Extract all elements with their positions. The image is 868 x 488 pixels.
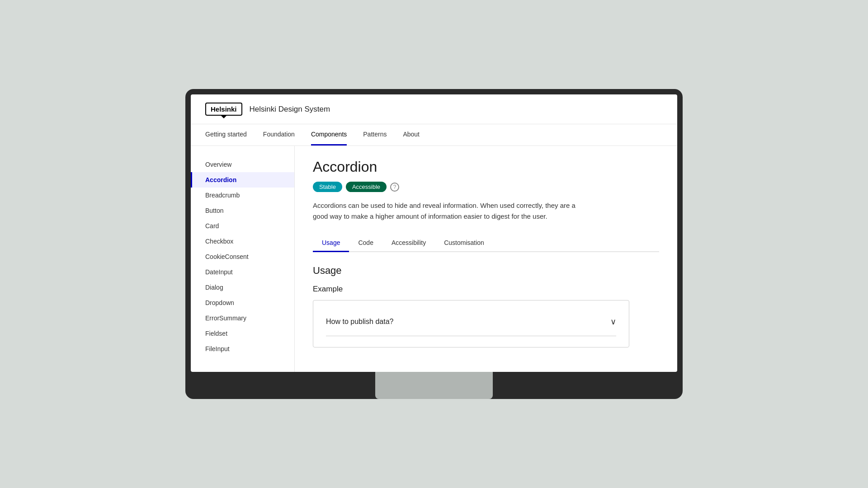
- main-nav: Getting started Foundation Components Pa…: [191, 124, 677, 146]
- tab-accessibility[interactable]: Accessibility: [382, 235, 435, 252]
- nav-item-foundation[interactable]: Foundation: [263, 124, 295, 145]
- monitor-stand: [375, 372, 493, 399]
- sidebar-item-dateinput[interactable]: DateInput: [191, 264, 294, 280]
- page-title: Accordion: [313, 159, 659, 175]
- logo-text: Helsinki: [211, 105, 237, 113]
- nav-item-getting-started[interactable]: Getting started: [205, 124, 247, 145]
- nav-item-components[interactable]: Components: [311, 124, 347, 145]
- sidebar-item-errorsummary[interactable]: ErrorSummary: [191, 310, 294, 326]
- nav-item-patterns[interactable]: Patterns: [363, 124, 387, 145]
- sidebar-item-dialog[interactable]: Dialog: [191, 280, 294, 295]
- example-label: Example: [313, 285, 659, 294]
- sidebar-item-card[interactable]: Card: [191, 218, 294, 234]
- description: Accordions can be used to hide and revea…: [313, 200, 584, 222]
- badge-accessible: Accessible: [346, 182, 387, 192]
- sidebar-item-accordion[interactable]: Accordion: [191, 172, 294, 188]
- sidebar-item-fieldset[interactable]: Fieldset: [191, 326, 294, 341]
- accordion-item[interactable]: How to publish data? ∨: [326, 311, 616, 332]
- help-icon[interactable]: ?: [390, 183, 399, 192]
- badge-stable: Stable: [313, 182, 342, 192]
- site-header: Helsinki Helsinki Design System: [191, 94, 677, 124]
- section-title: Usage: [313, 265, 659, 277]
- tab-customisation[interactable]: Customisation: [435, 235, 493, 252]
- site-title: Helsinki Design System: [250, 105, 330, 114]
- content-tabs: Usage Code Accessibility Customisation: [313, 235, 659, 252]
- main-content: Accordion Stable Accessible ? Accordions…: [295, 146, 677, 372]
- tab-code[interactable]: Code: [349, 235, 382, 252]
- main-layout: Overview Accordion Breadcrumb Button Car…: [191, 146, 677, 372]
- sidebar: Overview Accordion Breadcrumb Button Car…: [191, 146, 295, 372]
- sidebar-item-button[interactable]: Button: [191, 203, 294, 218]
- sidebar-item-cookieconsent[interactable]: CookieConsent: [191, 249, 294, 264]
- nav-item-about[interactable]: About: [403, 124, 420, 145]
- demo-box: How to publish data? ∨: [313, 300, 629, 347]
- accordion-question: How to publish data?: [326, 318, 393, 326]
- sidebar-item-checkbox[interactable]: Checkbox: [191, 234, 294, 249]
- sidebar-item-dropdown[interactable]: Dropdown: [191, 295, 294, 310]
- tab-usage[interactable]: Usage: [313, 235, 349, 252]
- chevron-down-icon: ∨: [610, 317, 616, 327]
- sidebar-item-fileinput[interactable]: FileInput: [191, 341, 294, 357]
- logo: Helsinki: [205, 103, 242, 116]
- accordion-divider: [326, 336, 616, 336]
- sidebar-item-overview[interactable]: Overview: [191, 157, 294, 172]
- sidebar-item-breadcrumb[interactable]: Breadcrumb: [191, 188, 294, 203]
- badges: Stable Accessible ?: [313, 182, 659, 192]
